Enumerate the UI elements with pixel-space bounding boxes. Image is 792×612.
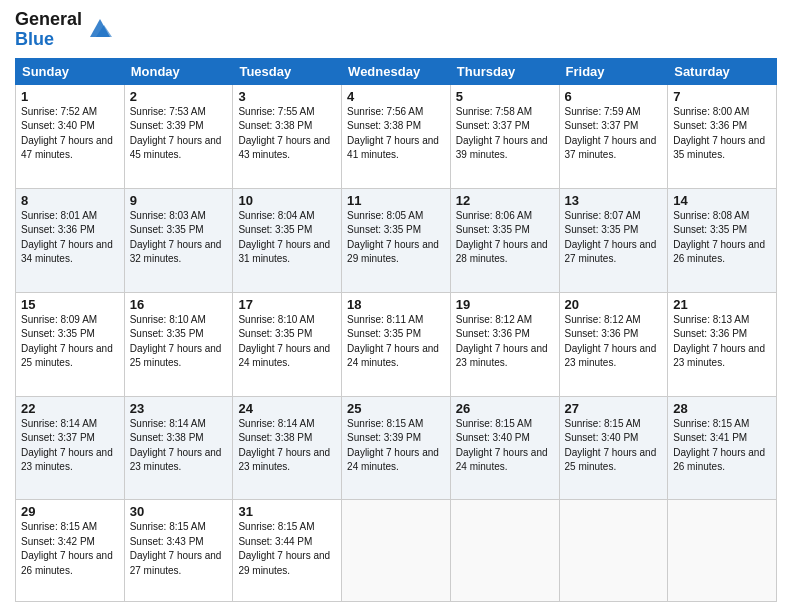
day-number: 29 [21,504,119,519]
day-number: 13 [565,193,663,208]
day-info: Sunrise: 8:01 AMSunset: 3:36 PMDaylight … [21,209,119,267]
calendar-cell: 24Sunrise: 8:14 AMSunset: 3:38 PMDayligh… [233,396,342,500]
calendar-cell: 15Sunrise: 8:09 AMSunset: 3:35 PMDayligh… [16,292,125,396]
day-info: Sunrise: 8:14 AMSunset: 3:37 PMDaylight … [21,417,119,475]
calendar-cell: 21Sunrise: 8:13 AMSunset: 3:36 PMDayligh… [668,292,777,396]
day-info: Sunrise: 8:05 AMSunset: 3:35 PMDaylight … [347,209,445,267]
day-info: Sunrise: 8:07 AMSunset: 3:35 PMDaylight … [565,209,663,267]
day-number: 25 [347,401,445,416]
calendar-cell: 27Sunrise: 8:15 AMSunset: 3:40 PMDayligh… [559,396,668,500]
calendar-cell: 25Sunrise: 8:15 AMSunset: 3:39 PMDayligh… [342,396,451,500]
calendar-cell: 16Sunrise: 8:10 AMSunset: 3:35 PMDayligh… [124,292,233,396]
calendar-header-sunday: Sunday [16,58,125,84]
logo-icon [86,15,112,41]
calendar-cell: 20Sunrise: 8:12 AMSunset: 3:36 PMDayligh… [559,292,668,396]
day-number: 22 [21,401,119,416]
day-info: Sunrise: 7:58 AMSunset: 3:37 PMDaylight … [456,105,554,163]
calendar-cell [342,500,451,602]
day-info: Sunrise: 8:15 AMSunset: 3:44 PMDaylight … [238,520,336,578]
page: General Blue SundayMondayTuesdayWednesda… [0,0,792,612]
day-number: 18 [347,297,445,312]
day-number: 14 [673,193,771,208]
calendar-cell: 9Sunrise: 8:03 AMSunset: 3:35 PMDaylight… [124,188,233,292]
calendar-cell: 10Sunrise: 8:04 AMSunset: 3:35 PMDayligh… [233,188,342,292]
day-number: 9 [130,193,228,208]
calendar-cell: 1Sunrise: 7:52 AMSunset: 3:40 PMDaylight… [16,84,125,188]
day-info: Sunrise: 8:15 AMSunset: 3:43 PMDaylight … [130,520,228,578]
day-number: 1 [21,89,119,104]
calendar-cell: 4Sunrise: 7:56 AMSunset: 3:38 PMDaylight… [342,84,451,188]
day-number: 2 [130,89,228,104]
day-number: 16 [130,297,228,312]
calendar-header-monday: Monday [124,58,233,84]
day-number: 17 [238,297,336,312]
calendar-cell: 22Sunrise: 8:14 AMSunset: 3:37 PMDayligh… [16,396,125,500]
calendar-cell: 19Sunrise: 8:12 AMSunset: 3:36 PMDayligh… [450,292,559,396]
logo-line2: Blue [15,29,54,49]
day-info: Sunrise: 8:15 AMSunset: 3:41 PMDaylight … [673,417,771,475]
day-info: Sunrise: 8:15 AMSunset: 3:40 PMDaylight … [456,417,554,475]
day-info: Sunrise: 8:08 AMSunset: 3:35 PMDaylight … [673,209,771,267]
day-info: Sunrise: 7:53 AMSunset: 3:39 PMDaylight … [130,105,228,163]
calendar-cell: 14Sunrise: 8:08 AMSunset: 3:35 PMDayligh… [668,188,777,292]
day-info: Sunrise: 8:00 AMSunset: 3:36 PMDaylight … [673,105,771,163]
calendar-cell: 29Sunrise: 8:15 AMSunset: 3:42 PMDayligh… [16,500,125,602]
calendar-table: SundayMondayTuesdayWednesdayThursdayFrid… [15,58,777,602]
day-number: 19 [456,297,554,312]
calendar-header-friday: Friday [559,58,668,84]
calendar-header-tuesday: Tuesday [233,58,342,84]
day-number: 23 [130,401,228,416]
day-number: 31 [238,504,336,519]
day-number: 27 [565,401,663,416]
calendar-cell: 31Sunrise: 8:15 AMSunset: 3:44 PMDayligh… [233,500,342,602]
day-info: Sunrise: 7:55 AMSunset: 3:38 PMDaylight … [238,105,336,163]
day-info: Sunrise: 8:14 AMSunset: 3:38 PMDaylight … [130,417,228,475]
day-info: Sunrise: 7:56 AMSunset: 3:38 PMDaylight … [347,105,445,163]
day-number: 24 [238,401,336,416]
day-info: Sunrise: 8:14 AMSunset: 3:38 PMDaylight … [238,417,336,475]
calendar-cell: 3Sunrise: 7:55 AMSunset: 3:38 PMDaylight… [233,84,342,188]
calendar-cell: 8Sunrise: 8:01 AMSunset: 3:36 PMDaylight… [16,188,125,292]
calendar-week-row: 15Sunrise: 8:09 AMSunset: 3:35 PMDayligh… [16,292,777,396]
day-number: 5 [456,89,554,104]
day-info: Sunrise: 8:10 AMSunset: 3:35 PMDaylight … [130,313,228,371]
calendar-cell: 2Sunrise: 7:53 AMSunset: 3:39 PMDaylight… [124,84,233,188]
calendar-cell: 30Sunrise: 8:15 AMSunset: 3:43 PMDayligh… [124,500,233,602]
calendar-cell [450,500,559,602]
day-info: Sunrise: 8:11 AMSunset: 3:35 PMDaylight … [347,313,445,371]
day-info: Sunrise: 8:04 AMSunset: 3:35 PMDaylight … [238,209,336,267]
day-info: Sunrise: 8:12 AMSunset: 3:36 PMDaylight … [565,313,663,371]
calendar-week-row: 8Sunrise: 8:01 AMSunset: 3:36 PMDaylight… [16,188,777,292]
calendar-cell: 26Sunrise: 8:15 AMSunset: 3:40 PMDayligh… [450,396,559,500]
day-number: 30 [130,504,228,519]
day-number: 15 [21,297,119,312]
calendar-cell: 18Sunrise: 8:11 AMSunset: 3:35 PMDayligh… [342,292,451,396]
logo: General Blue [15,10,112,50]
calendar-cell [668,500,777,602]
calendar-header-wednesday: Wednesday [342,58,451,84]
day-info: Sunrise: 7:59 AMSunset: 3:37 PMDaylight … [565,105,663,163]
calendar-week-row: 1Sunrise: 7:52 AMSunset: 3:40 PMDaylight… [16,84,777,188]
day-number: 7 [673,89,771,104]
calendar-cell: 6Sunrise: 7:59 AMSunset: 3:37 PMDaylight… [559,84,668,188]
calendar-week-row: 29Sunrise: 8:15 AMSunset: 3:42 PMDayligh… [16,500,777,602]
calendar-header-thursday: Thursday [450,58,559,84]
calendar-cell: 7Sunrise: 8:00 AMSunset: 3:36 PMDaylight… [668,84,777,188]
logo-line1: General [15,9,82,29]
day-number: 28 [673,401,771,416]
calendar-cell: 5Sunrise: 7:58 AMSunset: 3:37 PMDaylight… [450,84,559,188]
day-info: Sunrise: 7:52 AMSunset: 3:40 PMDaylight … [21,105,119,163]
day-info: Sunrise: 8:15 AMSunset: 3:40 PMDaylight … [565,417,663,475]
day-info: Sunrise: 8:13 AMSunset: 3:36 PMDaylight … [673,313,771,371]
day-info: Sunrise: 8:03 AMSunset: 3:35 PMDaylight … [130,209,228,267]
day-info: Sunrise: 8:12 AMSunset: 3:36 PMDaylight … [456,313,554,371]
calendar-week-row: 22Sunrise: 8:14 AMSunset: 3:37 PMDayligh… [16,396,777,500]
calendar-cell: 11Sunrise: 8:05 AMSunset: 3:35 PMDayligh… [342,188,451,292]
day-info: Sunrise: 8:10 AMSunset: 3:35 PMDaylight … [238,313,336,371]
calendar-cell: 12Sunrise: 8:06 AMSunset: 3:35 PMDayligh… [450,188,559,292]
day-info: Sunrise: 8:09 AMSunset: 3:35 PMDaylight … [21,313,119,371]
calendar-header-row: SundayMondayTuesdayWednesdayThursdayFrid… [16,58,777,84]
day-info: Sunrise: 8:15 AMSunset: 3:39 PMDaylight … [347,417,445,475]
day-number: 21 [673,297,771,312]
day-number: 12 [456,193,554,208]
